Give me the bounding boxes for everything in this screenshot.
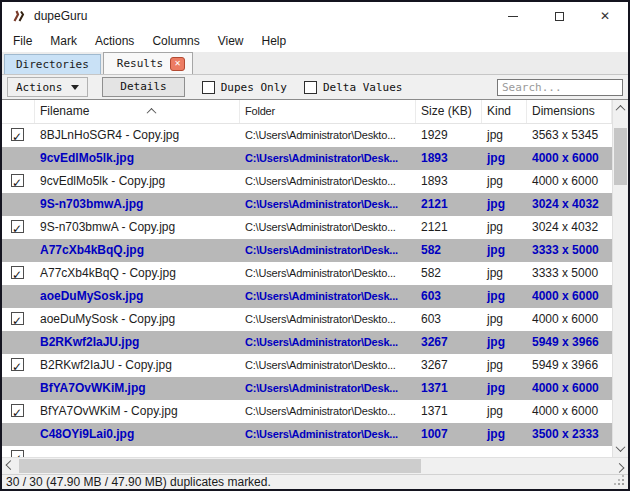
cell-size: 1929 <box>416 124 482 147</box>
scroll-left-button[interactable] <box>2 458 19 474</box>
cell-dimensions: 3024 x 4032 <box>527 193 612 216</box>
header-folder[interactable]: Folder <box>240 100 416 123</box>
minimize-button[interactable] <box>490 2 536 30</box>
scroll-up-button[interactable] <box>613 100 628 117</box>
table-row[interactable]: ✓ 8BJLnHoSGR4 - Copy.jpg C:\Users\Admini… <box>2 124 612 147</box>
close-button[interactable]: ✕ <box>582 2 628 30</box>
dupes-only-label: Dupes Only <box>221 81 287 94</box>
cell-folder: C:\Users\Administrator\Deskto... <box>240 354 416 377</box>
horizontal-scroll-thumb[interactable] <box>19 459 421 473</box>
scroll-down-button[interactable] <box>613 440 628 457</box>
row-checkbox[interactable]: ✓ <box>11 128 24 141</box>
header-size[interactable]: Size (KB) <box>416 100 482 123</box>
row-checkbox[interactable]: ✓ <box>11 174 24 187</box>
table-row[interactable]: BfYA7OvWKiM.jpg C:\Users\Administrator\D… <box>2 377 612 400</box>
row-check-cell: ✓ <box>2 170 35 193</box>
toolbar: Actions Details Dupes Only Delta Values <box>2 75 628 100</box>
table-row[interactable]: ✓ BfYA7OvWKiM - Copy.jpg C:\Users\Admini… <box>2 400 612 423</box>
tab-results-label: Results <box>117 57 163 70</box>
vertical-scrollbar[interactable] <box>612 100 628 457</box>
header-filename[interactable]: Filename <box>35 100 240 123</box>
cell-kind: jpg <box>482 308 527 331</box>
checkmark-icon: ✓ <box>12 402 22 423</box>
cell-kind: jpg <box>482 285 527 308</box>
checkmark-icon: ✓ <box>12 448 22 457</box>
table-row[interactable]: ✓ aoeDuMySosk - Copy.jpg C:\Users\Admini… <box>2 308 612 331</box>
cell-dimensions <box>527 446 612 457</box>
row-check-cell <box>2 285 35 308</box>
cell-folder: C:\Users\Administrator\Deskto... <box>240 124 416 147</box>
cell-kind: jpg <box>482 193 527 216</box>
row-checkbox[interactable]: ✓ <box>11 220 24 233</box>
window-title: dupeGuru <box>34 9 87 23</box>
delta-values-checkbox[interactable]: Delta Values <box>304 81 402 94</box>
table-row[interactable]: C48OYi9Lai0.jpg C:\Users\Administrator\D… <box>2 423 612 446</box>
cell-dimensions: 3333 x 5000 <box>527 262 612 285</box>
table-row[interactable]: ✓ B2RKwf2IaJU - Copy.jpg C:\Users\Admini… <box>2 354 612 377</box>
table-header: Filename Folder Size (KB) Kind Dimension… <box>2 100 612 124</box>
tab-results[interactable]: Results ✕ <box>103 52 193 74</box>
row-checkbox[interactable]: ✓ <box>11 266 24 279</box>
dupes-only-checkbox-box[interactable] <box>202 81 215 94</box>
table-row[interactable]: B2RKwf2IaJU.jpg C:\Users\Administrator\D… <box>2 331 612 354</box>
table-row[interactable]: A77cXb4kBqQ.jpg C:\Users\Administrator\D… <box>2 239 612 262</box>
menu-mark[interactable]: Mark <box>41 30 86 52</box>
cell-kind: jpg <box>482 216 527 239</box>
vertical-scroll-track[interactable] <box>613 117 628 440</box>
table-row[interactable]: ✓ <box>2 446 612 457</box>
tab-close-icon[interactable]: ✕ <box>170 57 185 71</box>
row-check-cell: ✓ <box>2 400 35 423</box>
cell-size: 1893 <box>416 170 482 193</box>
title-bar: dupeGuru ✕ <box>2 2 628 30</box>
cell-size: 2121 <box>416 216 482 239</box>
menu-view[interactable]: View <box>209 30 253 52</box>
row-checkbox[interactable]: ✓ <box>11 450 24 457</box>
cell-kind: jpg <box>482 423 527 446</box>
table-row[interactable]: 9S-n703bmwA.jpg C:\Users\Administrator\D… <box>2 193 612 216</box>
cell-filename: aoeDuMySosk - Copy.jpg <box>35 308 240 331</box>
dupes-only-checkbox[interactable]: Dupes Only <box>202 81 287 94</box>
cell-folder: C:\Users\Administrator\Deskto... <box>240 400 416 423</box>
header-kind[interactable]: Kind <box>482 100 527 123</box>
row-checkbox[interactable]: ✓ <box>11 358 24 371</box>
row-check-cell: ✓ <box>2 124 35 147</box>
row-checkbox[interactable]: ✓ <box>11 404 24 417</box>
actions-dropdown-button[interactable]: Actions <box>7 77 88 97</box>
cell-filename: B2RKwf2IaJU - Copy.jpg <box>35 354 240 377</box>
cell-filename: 9S-n703bmwA - Copy.jpg <box>35 216 240 239</box>
table-row[interactable]: ✓ 9cvEdlMo5lk - Copy.jpg C:\Users\Admini… <box>2 170 612 193</box>
cell-folder: C:\Users\Administrator\Desk... <box>240 377 416 400</box>
delta-values-checkbox-box[interactable] <box>304 81 317 94</box>
cell-folder: C:\Users\Administrator\Deskto... <box>240 216 416 239</box>
cell-dimensions: 4000 x 6000 <box>527 377 612 400</box>
table-row[interactable]: 9cvEdlMo5lk.jpg C:\Users\Administrator\D… <box>2 147 612 170</box>
cell-filename: BfYA7OvWKiM.jpg <box>35 377 240 400</box>
horizontal-scrollbar[interactable] <box>2 457 628 474</box>
row-checkbox[interactable]: ✓ <box>11 312 24 325</box>
vertical-scroll-thumb[interactable] <box>614 128 627 185</box>
menu-file[interactable]: File <box>4 30 41 52</box>
menu-help[interactable]: Help <box>253 30 296 52</box>
cell-size: 1893 <box>416 147 482 170</box>
cell-filename: aoeDuMySosk.jpg <box>35 285 240 308</box>
cell-filename: BfYA7OvWKiM - Copy.jpg <box>35 400 240 423</box>
table-row[interactable]: ✓ A77cXb4kBqQ - Copy.jpg C:\Users\Admini… <box>2 262 612 285</box>
cell-kind: jpg <box>482 400 527 423</box>
menu-columns[interactable]: Columns <box>143 30 208 52</box>
header-checkbox-column <box>2 100 35 123</box>
table-row[interactable]: ✓ 9S-n703bmwA - Copy.jpg C:\Users\Admini… <box>2 216 612 239</box>
search-input[interactable] <box>497 79 623 96</box>
details-button[interactable]: Details <box>102 77 184 97</box>
resize-grip-icon[interactable] <box>614 475 625 486</box>
cell-folder: C:\Users\Administrator\Deskto... <box>240 308 416 331</box>
cell-dimensions: 3563 x 5345 <box>527 124 612 147</box>
header-dimensions[interactable]: Dimensions <box>527 100 612 123</box>
cell-kind: jpg <box>482 147 527 170</box>
row-check-cell <box>2 331 35 354</box>
scroll-right-button[interactable] <box>611 458 628 474</box>
cell-filename: A77cXb4kBqQ.jpg <box>35 239 240 262</box>
table-row[interactable]: aoeDuMySosk.jpg C:\Users\Administrator\D… <box>2 285 612 308</box>
tab-directories[interactable]: Directories <box>4 54 101 74</box>
menu-actions[interactable]: Actions <box>86 30 143 52</box>
maximize-button[interactable] <box>536 2 582 30</box>
